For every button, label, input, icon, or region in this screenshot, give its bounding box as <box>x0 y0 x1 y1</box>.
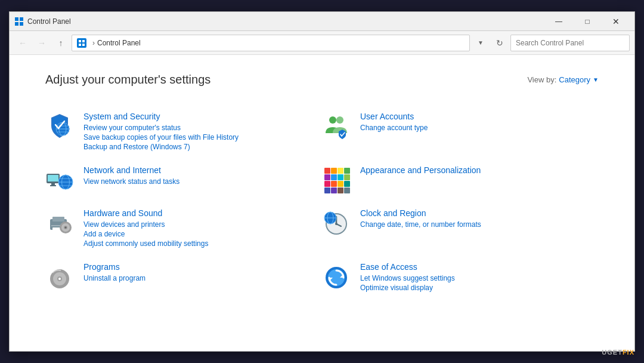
user-accounts-link-1[interactable]: Change account type <box>360 124 587 132</box>
svg-point-15 <box>336 116 343 124</box>
svg-rect-6 <box>79 44 81 46</box>
breadcrumb-bar[interactable]: › Control Panel <box>72 35 470 51</box>
ease-access-link-1[interactable]: Let Windows suggest settings <box>360 274 587 282</box>
category-ease-access-title[interactable]: Ease of Access <box>360 262 587 272</box>
category-user-accounts-info: User Accounts Change account type <box>360 112 587 132</box>
categories-grid: System and Security Review your computer… <box>45 104 599 299</box>
back-button[interactable]: ← <box>14 35 31 51</box>
category-network-internet-links: View network status and tasks <box>83 177 310 186</box>
system-security-link-3[interactable]: Backup and Restore (Windows 7) <box>83 143 310 151</box>
svg-rect-27 <box>331 168 337 174</box>
control-panel-window: Control Panel — □ ✕ ← → ↑ › Control Pane… <box>9 11 635 352</box>
svg-rect-17 <box>48 175 58 182</box>
category-clock-region-info: Clock and Region Change date, time, or n… <box>360 208 587 229</box>
window-controls: — □ ✕ <box>545 14 630 29</box>
svg-rect-18 <box>51 183 55 185</box>
svg-rect-41 <box>344 187 350 193</box>
titlebar: Control Panel — □ ✕ <box>10 12 634 31</box>
category-appearance-title[interactable]: Appearance and Personalization <box>360 165 587 175</box>
category-user-accounts[interactable]: User Accounts Change account type <box>322 104 599 158</box>
category-hardware-sound-title[interactable]: Hardware and Sound <box>83 208 310 218</box>
clock-region-icon <box>322 208 351 237</box>
user-accounts-icon <box>322 112 351 140</box>
category-user-accounts-title[interactable]: User Accounts <box>360 112 587 121</box>
category-ease-access[interactable]: Ease of Access Let Windows suggest setti… <box>322 255 599 299</box>
system-security-icon <box>45 112 74 140</box>
hardware-link-3[interactable]: Adjust commonly used mobility settings <box>83 239 310 248</box>
svg-rect-38 <box>324 187 330 193</box>
watermark-prefix: UGET <box>602 349 623 356</box>
svg-point-14 <box>329 116 336 124</box>
svg-rect-31 <box>331 174 337 180</box>
category-hardware-sound[interactable]: Hardware and Sound View devices and prin… <box>45 201 322 255</box>
viewby-arrow-icon: ▼ <box>593 76 599 83</box>
svg-rect-34 <box>324 181 330 187</box>
category-appearance-info: Appearance and Personalization <box>360 165 587 177</box>
category-clock-region-links: Change date, time, or number formats <box>360 220 587 229</box>
maximize-button[interactable]: □ <box>574 14 601 29</box>
programs-icon <box>45 262 74 291</box>
svg-rect-29 <box>344 168 350 174</box>
category-clock-region[interactable]: Clock and Region Change date, time, or n… <box>322 201 599 255</box>
category-network-internet-title[interactable]: Network and Internet <box>83 165 310 175</box>
refresh-button[interactable]: ↻ <box>491 35 508 51</box>
viewby-value[interactable]: Category <box>559 75 590 84</box>
viewby-label: View by: <box>527 75 556 84</box>
category-ease-access-info: Ease of Access Let Windows suggest setti… <box>360 262 587 292</box>
forward-button[interactable]: → <box>33 35 50 51</box>
watermark-suffix: FIX <box>623 349 634 356</box>
minimize-button[interactable]: — <box>545 14 572 29</box>
address-dropdown-button[interactable]: ▼ <box>472 35 489 51</box>
category-clock-region-title[interactable]: Clock and Region <box>360 208 587 218</box>
category-network-internet-info: Network and Internet View network status… <box>83 165 310 186</box>
view-by-control[interactable]: View by: Category ▼ <box>527 75 599 84</box>
system-security-link-2[interactable]: Save backup copies of your files with Fi… <box>83 133 310 141</box>
search-input[interactable] <box>510 35 630 51</box>
network-link-1[interactable]: View network status and tasks <box>83 177 310 186</box>
breadcrumb-text: Control Panel <box>97 39 141 47</box>
category-hardware-sound-info: Hardware and Sound View devices and prin… <box>83 208 310 248</box>
svg-rect-2 <box>15 22 18 26</box>
category-programs-title[interactable]: Programs <box>83 262 310 272</box>
hardware-link-1[interactable]: View devices and printers <box>83 220 310 229</box>
svg-rect-3 <box>20 22 23 26</box>
svg-rect-37 <box>344 181 350 187</box>
breadcrumb-separator: › <box>92 39 95 47</box>
app-icon <box>14 17 24 26</box>
svg-rect-33 <box>344 174 350 180</box>
svg-point-49 <box>65 227 67 229</box>
page-header: Adjust your computer's settings View by:… <box>45 73 599 87</box>
category-system-security-info: System and Security Review your computer… <box>83 112 310 151</box>
system-security-link-1[interactable]: Review your computer's status <box>83 124 310 132</box>
main-content: Adjust your computer's settings View by:… <box>10 55 634 351</box>
category-ease-access-links: Let Windows suggest settings Optimize vi… <box>360 274 587 292</box>
close-button[interactable]: ✕ <box>602 14 630 29</box>
programs-link-1[interactable]: Uninstall a program <box>83 274 310 282</box>
svg-rect-0 <box>15 17 18 21</box>
svg-rect-40 <box>338 187 343 193</box>
ease-access-link-2[interactable]: Optimize visual display <box>360 284 587 292</box>
svg-rect-43 <box>52 217 64 222</box>
svg-rect-26 <box>324 168 330 174</box>
svg-rect-7 <box>82 44 85 46</box>
category-system-security-title[interactable]: System and Security <box>83 112 310 121</box>
watermark: UGETFIX <box>602 349 634 356</box>
category-appearance[interactable]: Appearance and Personalization <box>322 158 599 201</box>
svg-rect-30 <box>324 174 330 180</box>
category-programs[interactable]: Programs Uninstall a program <box>45 255 322 299</box>
addressbar: ← → ↑ › Control Panel ▼ ↻ <box>10 31 634 55</box>
category-system-security[interactable]: System and Security Review your computer… <box>45 104 322 158</box>
svg-rect-19 <box>50 185 56 186</box>
category-programs-info: Programs Uninstall a program <box>83 262 310 282</box>
clock-link-1[interactable]: Change date, time, or number formats <box>360 220 587 229</box>
category-programs-links: Uninstall a program <box>83 274 310 282</box>
up-button[interactable]: ↑ <box>52 35 69 51</box>
page-title: Adjust your computer's settings <box>45 73 210 87</box>
category-network-internet[interactable]: Network and Internet View network status… <box>45 158 322 201</box>
svg-rect-28 <box>338 168 343 174</box>
svg-rect-36 <box>338 181 343 187</box>
hardware-link-2[interactable]: Add a device <box>83 230 310 238</box>
appearance-icon <box>322 165 351 194</box>
window-title: Control Panel <box>27 17 545 26</box>
svg-rect-35 <box>331 181 337 187</box>
